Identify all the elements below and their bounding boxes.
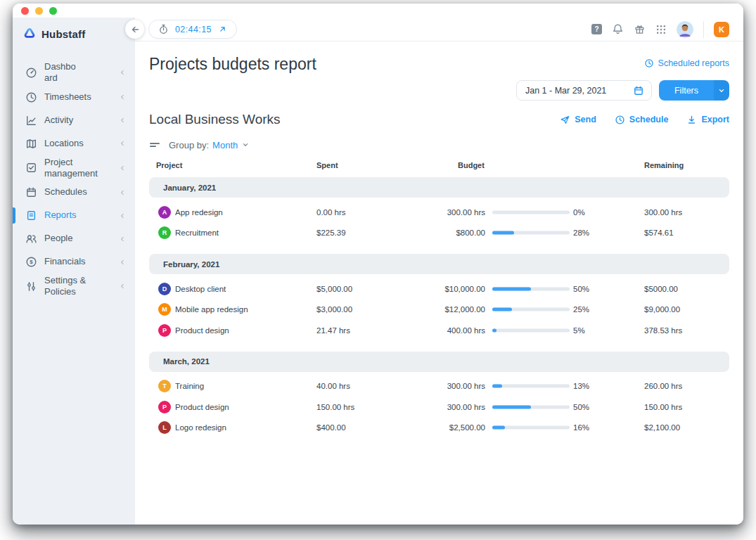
sidebar-item-people[interactable]: People: [13, 227, 135, 250]
scheduled-reports-link[interactable]: Scheduled reports: [644, 58, 729, 68]
group-header: January, 2021: [149, 177, 729, 198]
budget-value: $800.00: [456, 229, 485, 237]
export-button[interactable]: Export: [686, 115, 729, 125]
sidebar-item-label: Activity: [44, 115, 73, 126]
chevron-collapse-icon[interactable]: [118, 68, 127, 77]
send-icon: [560, 115, 570, 125]
remaining-value: $5000.00: [644, 285, 678, 293]
chevron-collapse-icon[interactable]: [118, 258, 127, 266]
table-row: RRecruitment$225.39$800.0028%$574.61: [149, 223, 729, 244]
settings-icon: [25, 281, 37, 292]
user-avatar[interactable]: [677, 21, 693, 38]
sidebar-item-label: Settings & Policies: [44, 275, 118, 298]
budget-percent: 25%: [573, 305, 589, 314]
filters-button[interactable]: Filters: [659, 80, 729, 101]
remaining-value: $574.61: [644, 229, 674, 237]
sidebar-nav: DashboardTimesheetsActivityLocationsProj…: [13, 60, 135, 300]
export-label: Export: [701, 115, 729, 124]
group-by-label: Group by:: [169, 140, 209, 150]
project-avatar: D: [158, 283, 171, 295]
navbar-divider: [703, 21, 704, 38]
org-badge[interactable]: K: [714, 22, 729, 37]
table-row: MMobile app redesign$3,000.00$12,000.002…: [149, 300, 729, 321]
help-icon[interactable]: ?: [591, 24, 602, 34]
table-header-row: Project Spent Budget Remaining: [149, 161, 729, 177]
back-button[interactable]: [125, 20, 144, 39]
dashboard-icon: [25, 67, 37, 79]
sidebar: Hubstaff DashboardTimesheetsActivityLoca…: [13, 18, 135, 525]
traffic-light-zoom[interactable]: [49, 7, 57, 15]
column-header-spent: Spent: [316, 161, 338, 169]
apps-grid-icon[interactable]: [655, 24, 667, 35]
back-arrow-icon: [130, 25, 140, 34]
budget-progress-bar: [492, 385, 570, 388]
budget-progress-fill: [492, 231, 514, 235]
sidebar-item-financials[interactable]: $Financials: [13, 250, 135, 274]
remaining-value: 378.53 hrs: [644, 326, 682, 335]
open-timer-icon[interactable]: [218, 25, 227, 34]
spent-value: $5,000.00: [316, 285, 352, 293]
brand[interactable]: Hubstaff: [13, 24, 135, 44]
chevron-collapse-icon[interactable]: [118, 164, 127, 172]
sort-lines-icon[interactable]: [149, 139, 160, 150]
brand-name: Hubstaff: [41, 28, 85, 40]
app-window: Hubstaff DashboardTimesheetsActivityLoca…: [13, 4, 743, 525]
date-range-value: Jan 1 - Mar 29, 2021: [525, 86, 606, 96]
date-range-picker[interactable]: Jan 1 - Mar 29, 2021: [516, 80, 652, 101]
sidebar-item-schedules[interactable]: Schedules: [13, 181, 135, 204]
budget-value: $10,000.00: [444, 285, 485, 293]
budget-percent: 0%: [573, 208, 585, 217]
scheduled-reports-label: Scheduled reports: [658, 58, 729, 68]
budget-progress-bar: [492, 287, 570, 290]
sidebar-item-label: Timesheets: [44, 91, 91, 103]
project-name: Mobile app redesign: [175, 305, 248, 314]
traffic-light-minimize[interactable]: [35, 7, 43, 15]
spent-value: 0.00 hrs: [316, 208, 346, 217]
chevron-collapse-icon[interactable]: [118, 282, 127, 290]
sidebar-item-timesheets[interactable]: Timesheets: [13, 86, 135, 109]
sidebar-item-settings-policies[interactable]: Settings & Policies: [13, 274, 135, 300]
budget-progress-bar: [492, 405, 570, 409]
budget-progress-fill: [492, 308, 512, 311]
project-name: App redesign: [175, 208, 223, 217]
top-navbar: 02:44:15 ?: [135, 18, 743, 41]
sidebar-item-label: People: [44, 233, 72, 244]
sidebar-item-label: Project management: [44, 157, 118, 180]
group-by-value[interactable]: Month: [212, 140, 238, 150]
table-row: AApp redesign0.00 hrs300.00 hrs0%300.00 …: [149, 202, 729, 223]
budget-percent: 16%: [573, 423, 589, 432]
filters-dropdown-toggle[interactable]: [714, 80, 729, 101]
sidebar-item-project-management[interactable]: Project management: [13, 155, 135, 181]
chevron-collapse-icon[interactable]: [118, 93, 127, 101]
sidebar-item-reports[interactable]: Reports: [13, 204, 135, 227]
budgets-table: Project Spent Budget Remaining January, …: [149, 161, 729, 438]
chevron-collapse-icon[interactable]: [118, 235, 127, 243]
project-avatar: A: [158, 206, 171, 219]
schedule-button[interactable]: Schedule: [615, 115, 669, 125]
sidebar-item-label: Financials: [44, 256, 86, 267]
budget-progress-bar: [492, 426, 570, 430]
gift-icon[interactable]: [634, 23, 646, 35]
schedule-label: Schedule: [629, 115, 669, 124]
chevron-collapse-icon[interactable]: [118, 139, 127, 148]
spent-value: 21.47 hrs: [316, 326, 350, 335]
project-avatar: P: [158, 324, 171, 337]
locations-icon: [25, 138, 37, 150]
timer-widget[interactable]: 02:44:15: [148, 20, 237, 39]
chevron-collapse-icon[interactable]: [118, 116, 127, 124]
remaining-value: 150.00 hrs: [644, 403, 682, 411]
sidebar-item-locations[interactable]: Locations: [13, 132, 135, 155]
filters-label[interactable]: Filters: [659, 80, 714, 101]
table-row: LLogo redesign$400.00$2,500.0016%$2,100.…: [149, 418, 729, 439]
sidebar-item-label: Schedules: [44, 186, 87, 198]
chevron-collapse-icon[interactable]: [118, 212, 127, 220]
chevron-down-icon[interactable]: [241, 141, 250, 149]
notifications-icon[interactable]: [612, 23, 624, 35]
chevron-collapse-icon[interactable]: [118, 188, 127, 197]
column-header-project: Project: [156, 161, 182, 169]
project-name: Training: [175, 382, 204, 390]
sidebar-item-dashboard[interactable]: Dashboard: [13, 60, 135, 86]
traffic-light-close[interactable]: [21, 7, 29, 15]
send-button[interactable]: Send: [560, 115, 596, 125]
sidebar-item-activity[interactable]: Activity: [13, 109, 135, 132]
